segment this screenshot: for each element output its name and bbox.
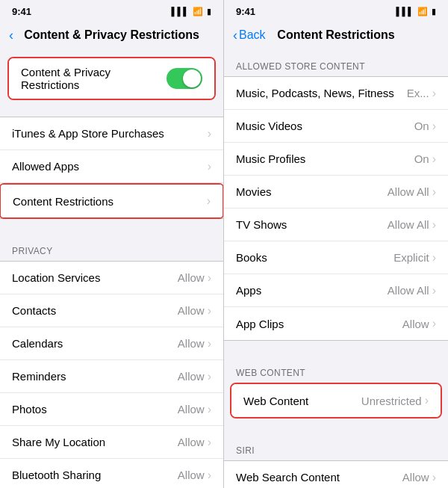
nav-title-right: Content Restrictions [277, 28, 394, 42]
photos-row[interactable]: Photos Allow › [0, 393, 223, 426]
chevron-music-profiles: › [432, 152, 436, 166]
contacts-label: Contacts [12, 304, 178, 317]
chevron-share-location: › [208, 436, 211, 449]
apps-row[interactable]: Apps Allow All › [224, 274, 448, 307]
battery-icon: ▮ [207, 7, 211, 16]
reminders-row[interactable]: Reminders Allow › [0, 360, 223, 393]
right-screen: 9:41 ▌▌▌ 📶 ▮ ‹ Back Content Restrictions… [224, 0, 448, 488]
contacts-row[interactable]: Contacts Allow › [0, 294, 223, 327]
status-time-left: 9:41 [12, 6, 31, 17]
privacy-restrictions-toggle-row[interactable]: Content & Privacy Restrictions [9, 58, 214, 99]
music-videos-value: On [414, 120, 429, 132]
itunes-label: iTunes & App Store Purchases [12, 127, 208, 140]
content-restrictions-highlight-wrapper: Content Restrictions › [0, 183, 223, 219]
bluetooth-row[interactable]: Bluetooth Sharing Allow › [0, 459, 223, 488]
chevron-reminders: › [208, 370, 211, 383]
movies-value: Allow All [388, 185, 429, 198]
tv-shows-label: TV Shows [236, 218, 388, 231]
chevron-music-videos: › [432, 120, 436, 133]
app-clips-value: Allow [402, 318, 429, 330]
battery-icon-right: ▮ [432, 7, 436, 16]
privacy-group: Location Services Allow › Contacts Allow… [0, 261, 223, 488]
privacy-section: PRIVACY Location Services Allow › Contac… [0, 235, 223, 488]
bluetooth-label: Bluetooth Sharing [12, 469, 178, 481]
music-videos-label: Music Videos [236, 120, 414, 132]
chevron-app-clips: › [432, 317, 436, 330]
location-services-row[interactable]: Location Services Allow › [0, 262, 223, 294]
calendars-row[interactable]: Calendars Allow › [0, 327, 223, 360]
privacy-header: PRIVACY [0, 235, 223, 261]
web-content-label: Web Content [243, 395, 361, 407]
siri-header: SIRI [224, 435, 448, 460]
music-profiles-value: On [414, 152, 429, 165]
toggle-switch[interactable] [167, 68, 202, 89]
web-content-section: WEB CONTENT Web Content Unrestricted › [224, 357, 448, 418]
app-clips-label: App Clips [236, 318, 402, 330]
chevron-bluetooth: › [208, 469, 211, 482]
allowed-apps-row[interactable]: Allowed Apps › [0, 150, 223, 183]
chevron-location: › [208, 271, 211, 285]
store-group: Music, Podcasts, News, Fitness Ex... › M… [224, 76, 448, 341]
books-label: Books [236, 251, 393, 264]
toggle-group-highlighted: Content & Privacy Restrictions [7, 57, 216, 100]
back-label-right: Back [239, 28, 266, 42]
siri-section: SIRI Web Search Content Allow › Explicit… [224, 435, 448, 488]
signal-icon: ▌▌▌ [172, 7, 189, 16]
books-row[interactable]: Books Explicit › [224, 241, 448, 274]
chevron-icon-content: › [207, 194, 211, 208]
web-content-header: WEB CONTENT [224, 357, 448, 383]
chevron-icon-itunes: › [208, 127, 211, 140]
chevron-icon-apps: › [208, 160, 211, 173]
music-videos-row[interactable]: Music Videos On › [224, 110, 448, 143]
web-content-value: Unrestricted [361, 395, 422, 407]
nav-bar-right: ‹ Back Content Restrictions [224, 21, 448, 51]
status-icons-left: ▌▌▌ 📶 ▮ [172, 7, 211, 16]
share-location-row[interactable]: Share My Location Allow › [0, 426, 223, 459]
toggle-knob [183, 70, 201, 87]
photos-label: Photos [12, 403, 178, 416]
itunes-purchases-row[interactable]: iTunes & App Store Purchases › [0, 117, 223, 150]
web-content-highlight-outer: Web Content Unrestricted › [230, 383, 442, 418]
left-screen: 9:41 ▌▌▌ 📶 ▮ ‹ Content & Privacy Restric… [0, 0, 224, 488]
chevron-tv-shows: › [432, 218, 436, 232]
back-button-left[interactable]: ‹ [9, 28, 13, 43]
status-bar-left: 9:41 ▌▌▌ 📶 ▮ [0, 0, 223, 21]
movies-label: Movies [236, 185, 388, 198]
nav-bar-left: ‹ Content & Privacy Restrictions [0, 21, 223, 51]
chevron-web-content: › [425, 394, 429, 407]
web-content-row[interactable]: Web Content Unrestricted › [231, 384, 441, 417]
main-items-group: iTunes & App Store Purchases › Allowed A… [0, 117, 223, 219]
content-restrictions-row[interactable]: Content Restrictions › [1, 185, 223, 217]
store-header: ALLOWED STORE CONTENT [224, 51, 448, 76]
chevron-web-search: › [432, 471, 436, 484]
music-podcasts-value: Ex... [407, 87, 429, 99]
photos-value: Allow [178, 403, 205, 416]
siri-group: Web Search Content Allow › Explicit Lang… [224, 460, 448, 488]
contacts-value: Allow [178, 304, 205, 317]
wifi-icon-right: 📶 [417, 7, 428, 16]
reminders-value: Allow [178, 370, 205, 383]
location-value: Allow [178, 271, 205, 284]
web-search-value: Allow [402, 471, 429, 484]
app-clips-row[interactable]: App Clips Allow › [224, 307, 448, 340]
music-profiles-row[interactable]: Music Profiles On › [224, 143, 448, 176]
music-podcasts-row[interactable]: Music, Podcasts, News, Fitness Ex... › [224, 77, 448, 110]
signal-icon-right: ▌▌▌ [396, 7, 414, 16]
share-location-value: Allow [178, 436, 205, 448]
back-button-right[interactable]: ‹ Back [233, 28, 266, 43]
nav-title-left: Content & Privacy Restrictions [24, 28, 199, 42]
chevron-apps: › [432, 284, 436, 297]
location-label: Location Services [12, 271, 178, 284]
chevron-left-icon: ‹ [9, 28, 13, 43]
right-content: ALLOWED STORE CONTENT Music, Podcasts, N… [224, 51, 448, 488]
status-bar-right: 9:41 ▌▌▌ 📶 ▮ [224, 0, 448, 21]
content-restrictions-label: Content Restrictions [13, 195, 207, 208]
reminders-label: Reminders [12, 370, 178, 383]
tv-shows-row[interactable]: TV Shows Allow All › [224, 209, 448, 241]
share-location-label: Share My Location [12, 436, 178, 448]
chevron-calendars: › [208, 337, 211, 350]
music-profiles-label: Music Profiles [236, 152, 414, 165]
left-content: Content & Privacy Restrictions iTunes & … [0, 51, 223, 488]
web-search-row[interactable]: Web Search Content Allow › [224, 461, 448, 488]
movies-row[interactable]: Movies Allow All › [224, 176, 448, 209]
